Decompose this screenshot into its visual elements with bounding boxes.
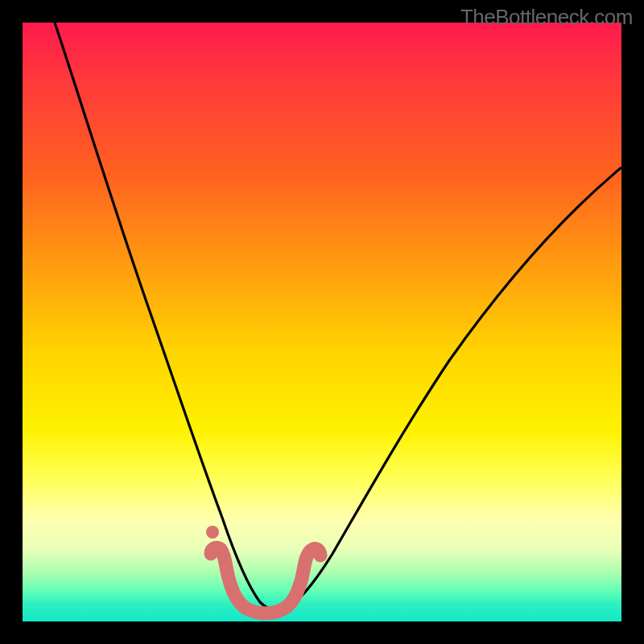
chart-svg <box>23 23 621 621</box>
ideal-zone-marker <box>211 547 320 613</box>
marker-dot <box>206 526 219 539</box>
watermark-text: TheBottleneck.com <box>460 5 633 30</box>
chart-plot-area <box>23 23 621 621</box>
bottleneck-curve-line <box>55 23 621 611</box>
